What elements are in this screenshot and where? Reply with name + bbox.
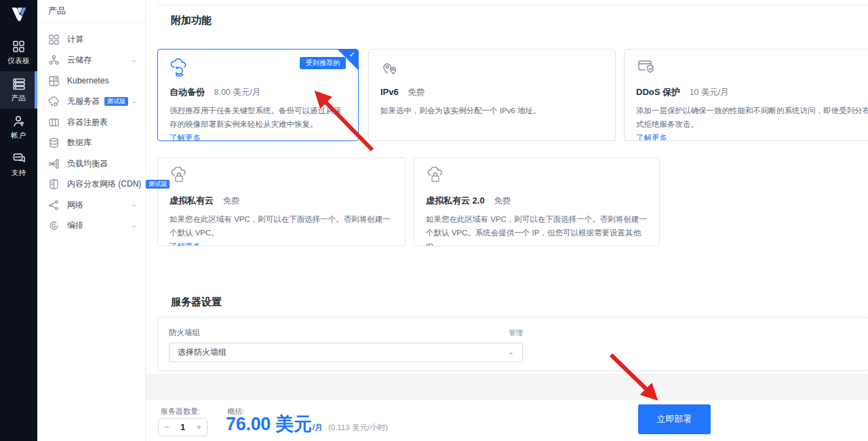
primary-sidebar: 仪表板 产品 帐户 支持 <box>0 0 37 441</box>
sidebar-item-label: 支持 <box>12 168 26 178</box>
sidebar-item-account[interactable]: 帐户 <box>0 109 37 146</box>
vultr-logo[interactable] <box>0 0 37 28</box>
qty-plus-button[interactable]: + <box>191 423 207 432</box>
sidebar-item-label: 产品 <box>12 94 26 103</box>
price-summary: 76.00 美元 /月 (0.113 美元/小时) <box>226 412 388 436</box>
learn-more-link[interactable]: 了解更多 <box>170 133 201 141</box>
addon-card-ddos[interactable]: DDoS 保护 10 美元/月 添加一层保护以确保一致的性能和不间断的系统访问，… <box>624 49 868 141</box>
server-qty-label: 服务器数量: <box>161 406 200 417</box>
dashboard-icon <box>12 40 25 53</box>
deploy-summary-bar: 服务器数量: − 1 + 概括: 76.00 美元 /月 (0.113 美元/小… <box>146 400 868 441</box>
load-balancer-icon <box>48 158 60 170</box>
menu-item-serverless[interactable]: 无服务器 测试版 ⌄ <box>37 92 145 113</box>
addon-price: 10 美元/月 <box>689 88 728 97</box>
chevron-down-icon: ⌄ <box>508 349 514 356</box>
addon-description: 如果您在此区域有 VPC，则可以在下面选择一个。否则将创建一个默认 VPC。系统… <box>426 212 648 246</box>
server-settings-heading: 服务器设置 <box>171 296 222 309</box>
qty-minus-button[interactable]: − <box>159 423 175 432</box>
network-icon <box>48 199 60 211</box>
addon-card-vpc2[interactable]: 虚拟私有云 2.0 免费 如果您在此区域有 VPC，则可以在下面选择一个。否则将… <box>414 157 660 246</box>
menu-item-load-balancers[interactable]: 负载均衡器 <box>37 153 145 174</box>
check-icon: ✓ <box>349 50 355 59</box>
addon-title: IPv6 <box>380 87 399 97</box>
menu-item-container-registry[interactable]: 容器注册表 <box>37 112 145 133</box>
sidebar-item-products[interactable]: 产品 <box>0 71 37 109</box>
beta-badge: 测试版 <box>146 180 170 189</box>
chevron-down-icon: ⌄ <box>132 202 137 208</box>
cloud-storage-icon <box>48 54 60 66</box>
addon-price: 免费 <box>494 196 511 206</box>
addon-title: 虚拟私有云 <box>170 195 214 206</box>
deploy-now-button[interactable]: 立即部署 <box>638 404 711 434</box>
orchestration-icon <box>48 220 60 231</box>
menu-item-label: 负载均衡器 <box>67 158 108 170</box>
ipv6-icon <box>380 58 399 77</box>
menu-item-label: 计算 <box>67 34 83 45</box>
section-separator <box>146 374 868 400</box>
vpc-icon <box>426 167 445 186</box>
addon-price: 免费 <box>408 88 425 97</box>
deploy-page-content: 附加功能 ✓ 受到推荐的 自动备份 8.00 美元/月 强烈推荐用于任务关键型系… <box>146 0 868 441</box>
addon-description: 如果您在此区域有 VPC，则可以在下面选择一个。否则将创建一个默认 VPC。 <box>170 212 393 239</box>
cdn-icon <box>48 178 60 190</box>
learn-more-link[interactable]: 了解更多 <box>170 242 201 246</box>
menu-item-label: 数据库 <box>67 137 92 149</box>
firewall-select[interactable]: 选择防火墙组 ⌄ <box>169 343 523 362</box>
addon-title: 虚拟私有云 2.0 <box>426 195 485 206</box>
products-icon <box>12 77 26 90</box>
firewall-manage-link[interactable]: 管理 <box>509 328 523 338</box>
vultr-logo-icon <box>10 6 28 22</box>
chevron-down-icon: ⌄ <box>132 58 137 63</box>
addon-price: 8.00 美元/月 <box>214 88 260 97</box>
menu-item-label: 无服务器 <box>67 96 100 107</box>
sidebar-item-support[interactable]: 支持 <box>0 146 37 183</box>
sidebar-item-label: 帐户 <box>12 131 26 140</box>
kubernetes-icon <box>48 75 60 87</box>
addon-title: 自动备份 <box>170 87 205 97</box>
menu-item-databases[interactable]: 数据库 <box>37 133 145 154</box>
menu-item-label: 容器注册表 <box>67 117 108 128</box>
menu-item-label: 编排 <box>67 220 83 231</box>
menu-item-network[interactable]: 网络 ⌄ <box>37 195 145 216</box>
firewall-group-card: 防火墙组 管理 选择防火墙组 ⌄ <box>157 317 868 371</box>
chevron-down-icon: ⌄ <box>132 99 137 104</box>
firewall-group-label: 防火墙组 <box>169 328 200 338</box>
addon-card-ipv6[interactable]: IPv6 免费 如果选中，则会为该实例分配一个 IPv6 地址。 <box>368 49 616 141</box>
menu-item-cdn[interactable]: 内容分发网络 (CDN) 测试版 <box>37 174 145 195</box>
price-period: /月 <box>313 422 323 434</box>
menu-item-orchestration[interactable]: 编排 ⌄ <box>37 216 145 237</box>
menu-item-kubernetes[interactable]: Kubernetes <box>37 71 145 92</box>
addon-price: 免费 <box>222 196 239 206</box>
auto-backup-icon <box>170 58 190 77</box>
menu-item-compute[interactable]: 计算 <box>37 29 145 50</box>
products-subnav: 产品 计算 云储存 ⌄ Kubernetes <box>37 0 146 441</box>
recommended-badge: 受到推荐的 <box>300 57 346 69</box>
container-registry-icon <box>48 117 60 128</box>
addon-card-vpc[interactable]: 虚拟私有云 免费 如果您在此区域有 VPC，则可以在下面选择一个。否则将创建一个… <box>157 157 406 246</box>
chevron-down-icon: ⌄ <box>132 223 137 229</box>
price-amount: 76.00 美元 <box>226 412 312 436</box>
compute-icon <box>48 34 60 45</box>
quantity-stepper: − 1 + <box>158 418 208 436</box>
serverless-icon <box>48 96 60 107</box>
sidebar-item-label: 仪表板 <box>7 56 30 66</box>
previous-section-edge <box>157 0 868 5</box>
firewall-select-value: 选择防火墙组 <box>178 347 226 358</box>
addon-description: 添加一层保护以确保一致的性能和不间断的系统访问，即使受到分布式拒绝服务攻击。 <box>636 104 868 131</box>
qty-value: 1 <box>175 422 191 432</box>
menu-item-cloud-storage[interactable]: 云储存 ⌄ <box>37 50 145 71</box>
ddos-protection-icon <box>636 58 656 77</box>
menu-item-label: Kubernetes <box>67 76 108 85</box>
addon-description: 强烈推荐用于任务关键型系统。备份可以通过从保存的映像部署新实例来轻松从灾难中恢复… <box>170 104 347 131</box>
addon-card-auto-backups[interactable]: ✓ 受到推荐的 自动备份 8.00 美元/月 强烈推荐用于任务关键型系统。备份可… <box>157 49 359 141</box>
account-icon <box>12 115 26 128</box>
menu-item-label: 云储存 <box>67 54 92 66</box>
price-hourly: (0.113 美元/小时) <box>328 423 388 433</box>
menu-item-label: 网络 <box>67 199 83 211</box>
menu-item-label: 内容分发网络 (CDN) <box>67 178 141 190</box>
support-icon <box>12 152 26 165</box>
database-icon <box>48 137 60 149</box>
sidebar-item-dashboard[interactable]: 仪表板 <box>0 34 37 71</box>
learn-more-link[interactable]: 了解更多 <box>636 133 667 141</box>
beta-badge: 测试版 <box>104 97 128 106</box>
